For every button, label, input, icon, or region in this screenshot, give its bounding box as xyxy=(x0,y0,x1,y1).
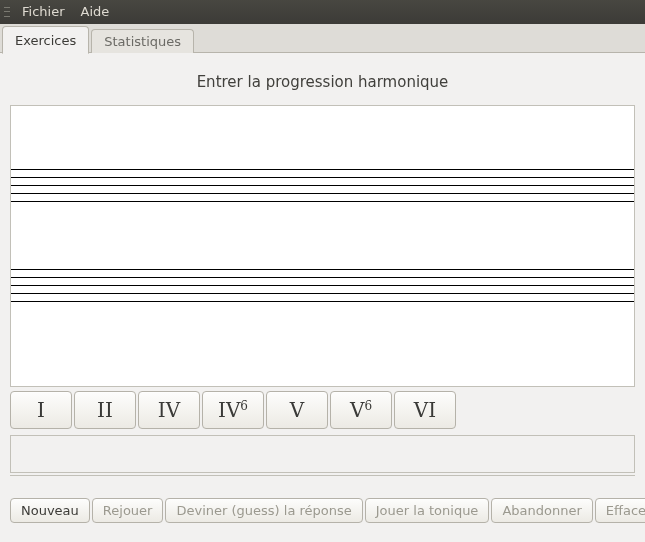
action-buttons: Nouveau Rejouer Deviner (guess) la répon… xyxy=(10,498,635,523)
menu-file[interactable]: Fichier xyxy=(14,0,73,24)
menu-help[interactable]: Aide xyxy=(73,0,118,24)
answer-display xyxy=(10,435,635,473)
erase-button[interactable]: Effacer (backspace) xyxy=(595,498,645,523)
tabstrip: Exercices Statistiques xyxy=(0,24,645,53)
chord-I-button[interactable]: I xyxy=(10,391,72,429)
chord-IV-button[interactable]: IV xyxy=(138,391,200,429)
divider xyxy=(10,475,635,486)
menubar: Fichier Aide xyxy=(0,0,645,24)
chord-II-button[interactable]: II xyxy=(74,391,136,429)
page-title: Entrer la progression harmonique xyxy=(2,59,643,105)
giveup-button[interactable]: Abandonner xyxy=(491,498,592,523)
staff-lower xyxy=(11,269,634,302)
tab-statistics[interactable]: Statistiques xyxy=(91,29,194,53)
staff-upper xyxy=(11,169,634,202)
guess-button[interactable]: Deviner (guess) la réponse xyxy=(165,498,362,523)
replay-button[interactable]: Rejouer xyxy=(92,498,164,523)
chord-IV6-base: IV xyxy=(218,398,240,422)
chord-IV6-sup: 6 xyxy=(240,399,248,413)
chord-V6-button[interactable]: V6 xyxy=(330,391,392,429)
chord-VI-button[interactable]: VI xyxy=(394,391,456,429)
tab-exercises[interactable]: Exercices xyxy=(2,26,89,54)
play-tonic-button[interactable]: Jouer la tonique xyxy=(365,498,490,523)
new-button[interactable]: Nouveau xyxy=(10,498,90,523)
content-area: Entrer la progression harmonique I II IV… xyxy=(0,53,645,525)
chord-V6-base: V xyxy=(350,398,364,422)
chord-V-button[interactable]: V xyxy=(266,391,328,429)
chord-buttons: I II IV IV6 V V6 VI xyxy=(10,391,635,429)
chord-IV6-button[interactable]: IV6 xyxy=(202,391,264,429)
toolbar-grip xyxy=(4,5,10,19)
staff-panel xyxy=(10,105,635,387)
chord-V6-sup: 6 xyxy=(364,399,372,413)
